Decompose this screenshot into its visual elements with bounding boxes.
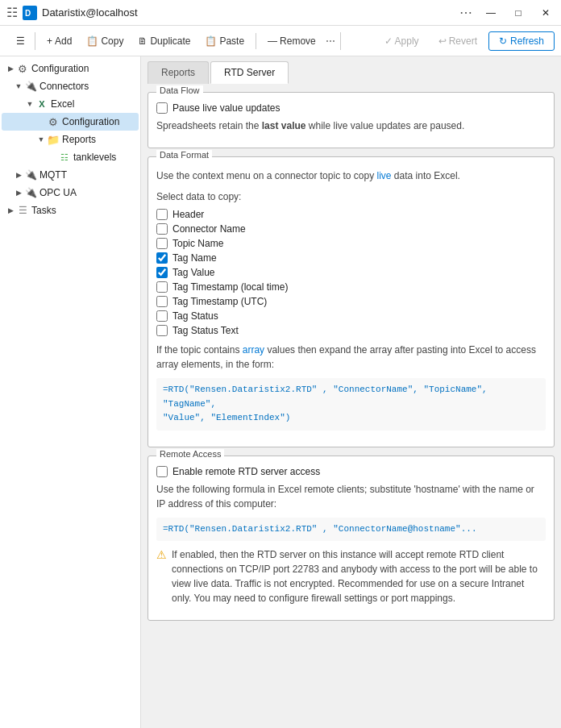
header-row: Header	[156, 209, 546, 220]
sidebar-item-mqtt[interactable]: ▶ 🔌 MQTT	[2, 166, 139, 184]
more-options-button[interactable]: ⋯	[324, 32, 337, 50]
warning-icon: ⚠	[156, 548, 167, 561]
close-button[interactable]: ✕	[537, 4, 555, 22]
mqtt-connector-icon: 🔌	[24, 168, 37, 181]
more-icon[interactable]: ⋯	[459, 5, 472, 20]
data-flow-description: Spreadsheets retain the last value while…	[156, 119, 546, 133]
tag-status-text-row: Tag Status Text	[156, 325, 546, 336]
tasks-icon: ☰	[16, 204, 29, 217]
data-flow-section: Data Flow Pause live value updates Sprea…	[148, 92, 555, 148]
tabs-bar: Reports RTD Server	[141, 56, 561, 84]
copy-button[interactable]: 📋 Copy	[80, 32, 130, 50]
data-flow-content: Pause live value updates Spreadsheets re…	[156, 102, 546, 133]
warning-text: If enabled, then the RTD server on this …	[172, 547, 546, 605]
arrow-reports-icon: ▼	[35, 134, 47, 145]
sidebar-item-connectors[interactable]: ▼ 🔌 Connectors	[2, 77, 139, 95]
remove-button[interactable]: — Remove	[261, 32, 322, 50]
sidebar-item-excel-configuration[interactable]: ⚙ Configuration	[2, 113, 139, 131]
pause-checkbox-row: Pause live value updates	[156, 102, 546, 114]
tab-rtd-server[interactable]: RTD Server	[210, 61, 289, 84]
revert-button[interactable]: ↩ Revert	[430, 32, 485, 50]
tag-status-text-checkbox[interactable]	[156, 325, 168, 336]
toolbar: ☰ + Add 📋 Copy 🗎 Duplicate 📋 Paste — Rem…	[0, 26, 561, 56]
hamburger-button[interactable]: ☰	[10, 32, 31, 50]
connector-name-checkbox[interactable]	[156, 223, 168, 235]
refresh-button[interactable]: ↻ Refresh	[488, 31, 555, 51]
sidebar-label-configuration: Configuration	[31, 63, 89, 74]
topic-name-checkbox[interactable]	[156, 238, 168, 249]
tag-status-label: Tag Status	[172, 310, 218, 322]
tag-timestamp-local-row: Tag Timestamp (local time)	[156, 281, 546, 293]
excel-icon: X	[35, 98, 48, 110]
data-flow-title: Data Flow	[156, 85, 203, 95]
warning-row: ⚠ If enabled, then the RTD server on thi…	[156, 547, 546, 605]
pause-checkbox[interactable]	[156, 102, 168, 114]
header-label: Header	[172, 209, 204, 220]
paste-label: Paste	[219, 35, 244, 47]
tag-timestamp-utc-row: Tag Timestamp (UTC)	[156, 296, 546, 307]
sidebar-item-configuration[interactable]: ▶ ⚙ Configuration	[2, 60, 139, 77]
rtd-formula: =RTD("Rensen.Dataristix2.RTD" , "Connect…	[156, 378, 546, 431]
remote-access-content: Enable remote RTD server access Use the …	[156, 466, 546, 606]
minimize-button[interactable]: —	[482, 4, 500, 22]
tag-value-label: Tag Value	[172, 267, 214, 278]
tag-status-checkbox[interactable]	[156, 310, 168, 322]
arrow-excel-config-icon	[35, 116, 47, 127]
refresh-icon: ↻	[499, 35, 507, 47]
content-area: Reports RTD Server Data Flow Pause live …	[141, 56, 561, 728]
folder-icon: 📁	[47, 133, 60, 146]
sidebar-item-opc-ua[interactable]: ▶ 🔌 OPC UA	[2, 184, 139, 202]
copy-label: Copy	[101, 35, 123, 47]
duplicate-icon: 🗎	[138, 35, 148, 47]
header-checkbox[interactable]	[156, 209, 168, 220]
sidebar-item-tanklevels[interactable]: ☷ tanklevels	[2, 148, 139, 166]
tag-value-checkbox[interactable]	[156, 267, 168, 278]
tab-reports[interactable]: Reports	[148, 61, 209, 84]
toolbar-group-edit: + Add 📋 Copy 🗎 Duplicate 📋 Paste — Remov…	[37, 32, 341, 50]
tag-status-row: Tag Status	[156, 310, 546, 322]
app-logo-icon: D	[23, 6, 37, 20]
sidebar-label-excel: Excel	[51, 98, 74, 110]
remote-formula: =RTD("Rensen.Dataristix2.RTD" , "Connect…	[156, 518, 546, 542]
sidebar-item-reports[interactable]: ▼ 📁 Reports	[2, 131, 139, 148]
data-format-content: Use the context menu on a connector topi…	[156, 168, 546, 431]
gear-icon: ⚙	[16, 62, 29, 75]
paste-button[interactable]: 📋 Paste	[198, 32, 251, 50]
arrow-tasks-icon: ▶	[5, 205, 16, 216]
refresh-label: Refresh	[510, 35, 544, 47]
arrow-icon: ▶	[5, 63, 16, 74]
titlebar-right: ⋯ — □ ✕	[459, 4, 555, 22]
tag-status-text-label: Tag Status Text	[172, 325, 239, 336]
gear-config-icon: ⚙	[47, 115, 60, 128]
enable-remote-checkbox[interactable]	[156, 466, 168, 477]
sidebar-label-excel-config: Configuration	[62, 116, 119, 127]
apply-label: Apply	[395, 35, 419, 47]
duplicate-button[interactable]: 🗎 Duplicate	[131, 32, 197, 50]
arrow-excel-icon: ▼	[24, 98, 35, 110]
data-format-title: Data Format	[156, 150, 212, 160]
tag-name-row: Tag Name	[156, 252, 546, 264]
hamburger-icon: ☰	[16, 35, 25, 47]
remote-access-title: Remote Access	[156, 449, 224, 459]
revert-label: Revert	[449, 35, 477, 47]
sidebar-item-excel[interactable]: ▼ X Excel	[2, 95, 139, 113]
sidebar-label-tasks: Tasks	[31, 205, 56, 216]
add-button[interactable]: + Add	[40, 32, 78, 50]
apply-button[interactable]: ✓ Apply	[376, 32, 427, 50]
arrow-opcua-icon: ▶	[13, 187, 24, 198]
arrow-tanklevels-icon	[47, 152, 58, 163]
toolbar-group-main: ☰	[6, 32, 35, 50]
data-format-intro: Use the context menu on a connector topi…	[156, 168, 546, 183]
toolbar-right: ✓ Apply ↩ Revert ↻ Refresh	[376, 31, 555, 51]
sidebar-item-tasks[interactable]: ▶ ☰ Tasks	[2, 202, 139, 219]
connector-name-label: Connector Name	[172, 223, 246, 235]
tag-timestamp-utc-checkbox[interactable]	[156, 296, 168, 307]
tag-timestamp-local-checkbox[interactable]	[156, 281, 168, 293]
connector-icon: 🔌	[24, 80, 37, 93]
copy-icon: 📋	[86, 35, 98, 47]
app-menu-icon[interactable]: ☷	[6, 5, 18, 20]
tag-name-checkbox[interactable]	[156, 252, 168, 264]
topic-name-label: Topic Name	[172, 238, 223, 249]
maximize-button[interactable]: □	[509, 4, 527, 22]
add-label: Add	[55, 35, 72, 47]
